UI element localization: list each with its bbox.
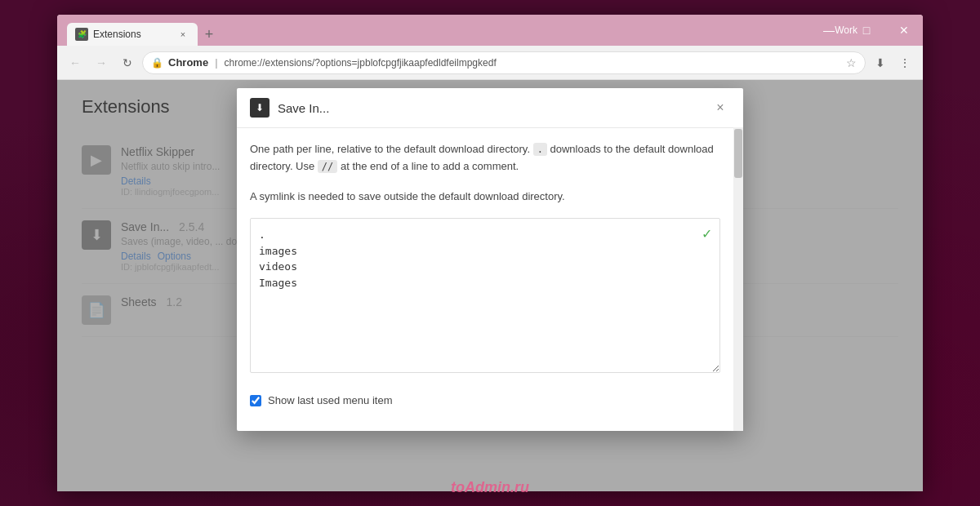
address-bar: ← → ↻ 🔒 Chrome | chrome://extensions/?op… xyxy=(57,46,923,80)
tab-close-button[interactable]: × xyxy=(176,28,189,41)
url-bar[interactable]: 🔒 Chrome | chrome://extensions/?options=… xyxy=(142,51,866,74)
dialog-header: ⬇ Save In... × xyxy=(237,88,743,128)
refresh-icon: ↻ xyxy=(122,56,132,69)
dialog-overlay: ⬇ Save In... × One path per line, relati… xyxy=(57,80,923,491)
window-controls: Work — □ ✕ xyxy=(810,15,923,46)
scrollbar-thumb[interactable] xyxy=(734,129,742,178)
options-dialog: ⬇ Save In... × One path per line, relati… xyxy=(237,88,743,431)
main-content: Extensions ▶ Netflix Skipper Netflix aut… xyxy=(57,80,923,491)
refresh-button[interactable]: ↻ xyxy=(116,51,139,74)
tab-bar: 🧩 Extensions × + xyxy=(64,20,224,46)
tab-favicon: 🧩 xyxy=(75,28,88,41)
valid-checkmark-icon: ✓ xyxy=(702,226,712,242)
forward-button[interactable]: → xyxy=(90,51,113,74)
menu-icon: ⋮ xyxy=(899,56,911,69)
download-icon-button[interactable]: ⬇ xyxy=(869,51,892,74)
dialog-body: One path per line, relative to the defau… xyxy=(237,128,743,431)
back-icon: ← xyxy=(69,56,81,69)
work-label: Work xyxy=(835,24,858,36)
dialog-title: Save In... xyxy=(278,101,329,115)
download-icon: ⬇ xyxy=(875,56,885,69)
new-tab-button[interactable]: + xyxy=(198,23,220,46)
menu-button[interactable]: ⋮ xyxy=(893,51,916,74)
close-button[interactable]: ✕ xyxy=(885,15,923,46)
checkbox-row: Show last used menu item xyxy=(250,388,720,413)
toolbar-icons: ⬇ ⋮ xyxy=(869,51,916,74)
paths-textarea[interactable]: . images videos Images xyxy=(250,218,720,373)
url-separator: | xyxy=(215,56,217,69)
dialog-description: One path per line, relative to the defau… xyxy=(250,141,720,175)
bookmark-star-icon[interactable]: ☆ xyxy=(846,56,857,69)
show-last-used-checkbox[interactable] xyxy=(250,395,261,406)
textarea-wrapper: . images videos Images ✓ xyxy=(250,218,720,376)
dialog-close-button[interactable]: × xyxy=(710,98,730,118)
lock-icon: 🔒 xyxy=(151,57,163,69)
dialog-scrollbar[interactable] xyxy=(733,127,743,431)
active-tab[interactable]: 🧩 Extensions × xyxy=(67,23,198,46)
browser-window: 🧩 Extensions × + Work — □ ✕ ← → ↻ 🔒 Chr xyxy=(57,15,923,491)
tab-label: Extensions xyxy=(93,29,141,40)
chrome-label: Chrome xyxy=(168,56,208,69)
forward-icon: → xyxy=(96,56,107,69)
dialog-description-2: A symlink is needed to save outside the … xyxy=(250,189,720,206)
title-bar: 🧩 Extensions × + Work — □ ✕ xyxy=(57,15,923,46)
checkbox-label[interactable]: Show last used menu item xyxy=(268,394,392,406)
comment-badge: // xyxy=(318,160,337,173)
dot-badge: . xyxy=(533,143,547,156)
back-button[interactable]: ← xyxy=(64,51,87,74)
url-path: chrome://extensions/?options=jpblofcpgfj… xyxy=(225,57,497,69)
save-in-icon: ⬇ xyxy=(256,102,264,113)
dialog-icon: ⬇ xyxy=(250,98,270,118)
